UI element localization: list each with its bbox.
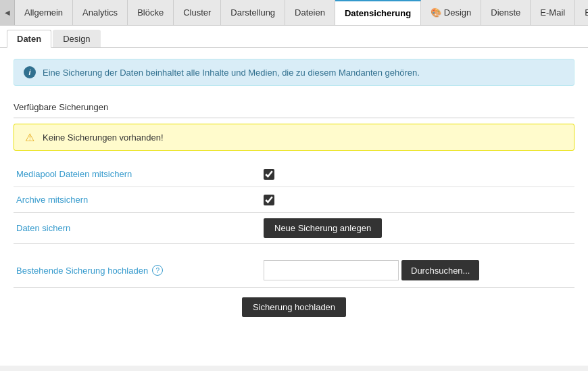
nav-tab-bloecke[interactable]: Blöcke <box>128 0 174 25</box>
warning-text: Keine Sicherungen vorhanden! <box>43 132 164 143</box>
archive-checkbox[interactable] <box>264 195 274 205</box>
section-header: Verfügbare Sicherungen <box>14 97 574 118</box>
sub-tab-design[interactable]: Design <box>53 30 100 47</box>
info-box-text: Eine Sicherung der Daten beinhaltet alle… <box>43 68 420 78</box>
info-box: i Eine Sicherung der Daten beinhaltet al… <box>14 59 574 86</box>
nav-tab-analytics[interactable]: Analytics <box>73 0 128 25</box>
sub-tab-daten[interactable]: Daten <box>7 30 51 48</box>
neue-sicherung-button[interactable]: Neue Sicherung anlegen <box>264 218 382 238</box>
info-icon: i <box>24 66 36 78</box>
form-row-archive: Archive mitsichern <box>14 187 574 213</box>
nav-tab-editor[interactable]: Editor <box>575 0 588 25</box>
main-content: i Eine Sicherung der Daten beinhaltet al… <box>0 48 588 366</box>
upload-label-text: Bestehende Sicherung hochladen <box>16 266 148 276</box>
warning-icon: ⚠ <box>24 131 36 143</box>
top-nav: ◀ Allgemein Analytics Blöcke Cluster Dar… <box>0 0 588 26</box>
upload-btn-row: Sicherung hochladen <box>14 288 574 317</box>
nav-tab-design[interactable]: 🎨 Design <box>421 0 481 25</box>
daten-sichern-label: Daten sichern <box>14 223 264 233</box>
archive-label: Archive mitsichern <box>14 195 264 205</box>
sub-tabs: Daten Design <box>0 26 588 48</box>
browse-button[interactable]: Durchsuchen... <box>401 260 479 280</box>
form-row-daten-sichern: Daten sichern Neue Sicherung anlegen <box>14 213 574 244</box>
daten-sichern-control: Neue Sicherung anlegen <box>264 218 382 238</box>
nav-tab-email[interactable]: E-Mail <box>531 0 575 25</box>
warning-box: ⚠ Keine Sicherungen vorhanden! <box>14 124 574 151</box>
upload-label: Bestehende Sicherung hochladen ? <box>14 265 264 276</box>
help-icon[interactable]: ? <box>152 265 163 276</box>
nav-tab-allgemein[interactable]: Allgemein <box>15 0 73 25</box>
nav-tab-dienste[interactable]: Dienste <box>481 0 531 25</box>
archive-control <box>264 195 274 205</box>
file-input[interactable] <box>264 260 399 280</box>
nav-tab-datensicherung[interactable]: Datensicherung <box>335 0 421 25</box>
nav-tab-cluster[interactable]: Cluster <box>174 0 221 25</box>
mediapool-checkbox[interactable] <box>264 169 274 180</box>
spacer <box>14 244 574 253</box>
nav-tab-dateien[interactable]: Dateien <box>285 0 335 25</box>
nav-tab-darstellung[interactable]: Darstellung <box>221 0 285 25</box>
mediapool-label: Mediapool Dateien mitsichern <box>14 169 264 179</box>
upload-row: Bestehende Sicherung hochladen ? Durchsu… <box>14 253 574 288</box>
sicherung-hochladen-button[interactable]: Sicherung hochladen <box>242 297 346 317</box>
form-row-mediapool: Mediapool Dateien mitsichern <box>14 162 574 187</box>
nav-arrow-left[interactable]: ◀ <box>0 0 15 25</box>
mediapool-control <box>264 169 274 180</box>
upload-control: Durchsuchen... <box>264 260 479 280</box>
